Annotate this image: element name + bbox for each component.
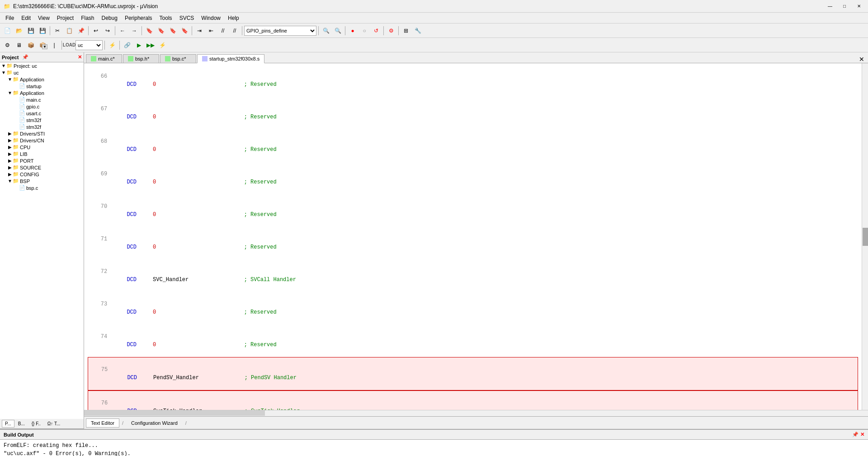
load-icon: LOAD <box>64 40 75 51</box>
menu-debug[interactable]: Debug <box>98 14 121 22</box>
bookmark-btn[interactable]: 🔖 <box>144 25 155 36</box>
code-line-69: 69 DCD 0 ; Reserved <box>88 162 858 194</box>
build-content: FromELF: creating hex file..."uc\uc.axf"… <box>0 440 868 456</box>
tree-item-1[interactable]: ▼ 📁 Application <box>0 76 84 83</box>
titlebar: 📁 E:\stm3266666\E: \CUBE\uc\MDK-ARM\uc.u… <box>0 0 868 13</box>
tab-bsp-c[interactable]: bsp.c* <box>160 54 196 63</box>
tree-item-2[interactable]: 📄 startup <box>0 83 84 89</box>
tree-item-13[interactable]: ▶ 📁 PORT <box>0 157 84 164</box>
tree-item-0[interactable]: ▼ 📁 uc <box>0 69 84 76</box>
tree-item-7[interactable]: 📄 stm32f <box>0 117 84 123</box>
cpu-btn[interactable]: 🖥 <box>14 40 24 51</box>
bottom-tab-text-editor[interactable]: Text Editor <box>86 418 119 428</box>
menu-project[interactable]: Project <box>53 14 77 22</box>
tree-item-17[interactable]: 📄 bsp.c <box>0 184 84 191</box>
tree-item-14[interactable]: ▶ 📁 SOURCE <box>0 164 84 171</box>
vertical-scrollbar[interactable] <box>862 63 868 410</box>
nav-fwd-btn[interactable]: → <box>129 25 140 36</box>
panel-tab-templates[interactable]: Ω↑ T... <box>44 420 64 428</box>
comment-btn[interactable]: // <box>217 25 228 36</box>
close-project-icon[interactable]: ✕ <box>78 54 82 60</box>
menu-flash[interactable]: Flash <box>77 14 98 22</box>
bottom-tab-config-wizard[interactable]: Configuration Wizard <box>126 418 183 428</box>
tree-item-6[interactable]: 📄 usart.c <box>0 110 84 117</box>
build-panel: Build Output 📌 ✕ FromELF: creating hex f… <box>0 429 868 456</box>
target-combo[interactable]: uc <box>75 40 103 50</box>
tree-item-16[interactable]: ▼ 📁 BSP <box>0 178 84 184</box>
find-btn[interactable]: 🔍 <box>332 25 343 36</box>
mem-btn[interactable]: 📦 <box>25 40 36 51</box>
code-content[interactable]: 66 DCD 0 ; Reserved 67 DCD 0 ; Reserved … <box>84 63 862 410</box>
tree-item-15[interactable]: ▶ 📁 CONFIG <box>0 171 84 178</box>
tree-root[interactable]: ▼📁Project: uc <box>0 62 84 69</box>
new-file-btn[interactable]: 📄 <box>2 25 13 36</box>
build-close-icon[interactable]: ✕ <box>860 432 864 437</box>
symbol-combo[interactable]: GPIO_pins_define <box>244 26 316 36</box>
code-line-73: 73 DCD 0 ; Reserved <box>88 292 858 324</box>
tab-close-all[interactable]: ✕ <box>855 56 868 63</box>
search-btn[interactable]: 🔍 <box>321 25 331 36</box>
cut-btn[interactable]: ✂ <box>52 25 63 36</box>
hscroll-thumb[interactable] <box>84 410 265 416</box>
unindent-btn[interactable]: ⇤ <box>206 25 217 36</box>
tree-item-10[interactable]: ▶ 📁 Drivers/CN <box>0 137 84 144</box>
menu-svcs[interactable]: SVCS <box>176 14 198 22</box>
scrollbar-thumb[interactable] <box>863 228 868 246</box>
copy-btn[interactable]: 📋 <box>64 25 75 36</box>
target-settings-btn[interactable]: ⚙ <box>2 40 13 51</box>
menu-help[interactable]: Help <box>224 14 243 22</box>
close-button[interactable]: ✕ <box>854 2 864 10</box>
wrench-btn[interactable]: 🔧 <box>412 25 423 36</box>
panel-tab-books[interactable]: B... <box>15 420 28 428</box>
gizmo-btn[interactable]: 🔗 <box>122 40 132 51</box>
build-pin-icon[interactable]: 📌 <box>852 432 859 437</box>
manage-btn[interactable]: 📦▼ <box>37 40 48 51</box>
bookmark-prev-btn[interactable]: 🔖 <box>156 25 166 36</box>
pin-icon[interactable]: 📌 <box>22 54 28 60</box>
menu-window[interactable]: Window <box>198 14 224 22</box>
view-btn[interactable]: ⊞ <box>401 25 411 36</box>
bookmark-next-btn[interactable]: 🔖 <box>167 25 178 36</box>
minimize-button[interactable]: — <box>825 2 835 10</box>
menu-view[interactable]: View <box>34 14 53 22</box>
uncomment-btn[interactable]: // <box>229 25 240 36</box>
menu-edit[interactable]: Edit <box>18 14 34 22</box>
horizontal-scrollbar[interactable] <box>84 410 868 416</box>
open-btn[interactable]: 📂 <box>14 25 24 36</box>
rtx-btn[interactable]: | <box>49 40 60 51</box>
tree-item-3[interactable]: ▼ 📁 Application <box>0 89 84 96</box>
menu-file[interactable]: File <box>2 14 18 22</box>
code-line-66: 66 DCD 0 ; Reserved <box>88 64 858 97</box>
paste-btn[interactable]: 📌 <box>75 25 86 36</box>
bookmark-clear-btn[interactable]: 🔖 <box>179 25 190 36</box>
flash-btn[interactable]: ⚡ <box>157 40 168 51</box>
redo-btn[interactable]: ↪ <box>102 25 113 36</box>
indent-btn[interactable]: ⇥ <box>194 25 205 36</box>
tree-item-4[interactable]: 📄 main.c <box>0 96 84 103</box>
nav-back-btn[interactable]: ← <box>117 25 128 36</box>
tab-startup-s[interactable]: startup_stm32f030x8.s <box>197 54 264 63</box>
build-btn[interactable]: ▶ <box>133 40 144 51</box>
undo-btn[interactable]: ↩ <box>90 25 101 36</box>
tree-item-11[interactable]: ▶ 📁 CPU <box>0 144 84 150</box>
maximize-button[interactable]: □ <box>839 2 850 10</box>
panel-tab-project[interactable]: P... <box>2 420 14 428</box>
tree-item-8[interactable]: 📄 stm32f <box>0 123 84 130</box>
menu-peripherals[interactable]: Peripherals <box>121 14 156 22</box>
rebuild-btn[interactable]: ▶▶ <box>145 40 156 51</box>
settings-btn[interactable]: ⚙ <box>386 25 396 36</box>
tree-item-9[interactable]: ▶ 📁 Drivers/STI <box>0 130 84 137</box>
reset-btn[interactable]: ↺ <box>371 25 382 36</box>
panel-tab-functions[interactable]: {} F.. <box>28 420 44 428</box>
save-all-btn[interactable]: 💾 <box>37 25 48 36</box>
tab-bsp-h[interactable]: bsp.h* <box>123 54 159 63</box>
tree-item-12[interactable]: ▶ 📁 LIB <box>0 150 84 157</box>
stop-btn[interactable]: ○ <box>359 25 370 36</box>
tab-main-c[interactable]: main.c* <box>86 54 122 63</box>
run-btn[interactable]: ● <box>347 25 358 36</box>
translate-btn[interactable]: ⚡ <box>107 40 118 51</box>
code-editor[interactable]: 66 DCD 0 ; Reserved 67 DCD 0 ; Reserved … <box>84 63 868 410</box>
menu-tools[interactable]: Tools <box>156 14 176 22</box>
tree-item-5[interactable]: 📄 gpio.c <box>0 103 84 110</box>
save-btn[interactable]: 💾 <box>25 25 36 36</box>
